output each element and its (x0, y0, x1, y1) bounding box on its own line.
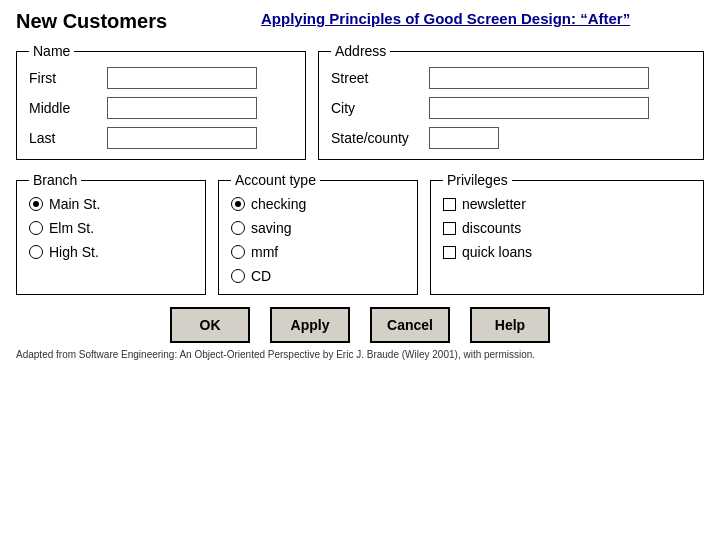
city-input[interactable] (429, 97, 649, 119)
branch-option-1[interactable]: Elm St. (29, 220, 193, 236)
state-input[interactable] (429, 127, 499, 149)
privileges-section: Privileges newsletter discounts quick lo… (430, 172, 704, 295)
account-option-3[interactable]: CD (231, 268, 405, 284)
first-name-row: First (29, 67, 293, 89)
radio-mmf[interactable] (231, 245, 245, 259)
last-name-row: Last (29, 127, 293, 149)
branch-section: Branch Main St. Elm St. High St. (16, 172, 206, 295)
header: New Customers Applying Principles of Goo… (16, 10, 704, 33)
account-option-0[interactable]: checking (231, 196, 405, 212)
account-mmf-label: mmf (251, 244, 278, 260)
page: New Customers Applying Principles of Goo… (0, 0, 720, 540)
address-section: Address Street City State/county (318, 43, 704, 160)
bottom-sections: Branch Main St. Elm St. High St. Account… (16, 172, 704, 295)
top-sections: Name First Middle Last Address Street C (16, 43, 704, 160)
footer-note: Adapted from Software Engineering: An Ob… (16, 349, 704, 360)
city-label: City (331, 100, 421, 116)
privilege-option-0[interactable]: newsletter (443, 196, 691, 212)
last-name-input[interactable] (107, 127, 257, 149)
radio-high-st[interactable] (29, 245, 43, 259)
street-row: Street (331, 67, 691, 89)
branch-elm-label: Elm St. (49, 220, 94, 236)
state-label: State/county (331, 130, 421, 146)
branch-option-2[interactable]: High St. (29, 244, 193, 260)
street-input[interactable] (429, 67, 649, 89)
middle-name-label: Middle (29, 100, 99, 116)
ok-button[interactable]: OK (170, 307, 250, 343)
radio-main-st-fill (33, 201, 39, 207)
address-legend: Address (331, 43, 390, 59)
branch-high-label: High St. (49, 244, 99, 260)
privilege-discounts-label: discounts (462, 220, 521, 236)
last-name-label: Last (29, 130, 99, 146)
footer-buttons: OK Apply Cancel Help (16, 307, 704, 343)
help-button[interactable]: Help (470, 307, 550, 343)
cancel-button[interactable]: Cancel (370, 307, 450, 343)
apply-button[interactable]: Apply (270, 307, 350, 343)
account-cd-label: CD (251, 268, 271, 284)
radio-elm-st[interactable] (29, 221, 43, 235)
privilege-option-2[interactable]: quick loans (443, 244, 691, 260)
street-label: Street (331, 70, 421, 86)
middle-name-input[interactable] (107, 97, 257, 119)
first-name-label: First (29, 70, 99, 86)
radio-saving[interactable] (231, 221, 245, 235)
account-section: Account type checking saving mmf CD (218, 172, 418, 295)
privileges-legend: Privileges (443, 172, 512, 188)
account-option-2[interactable]: mmf (231, 244, 405, 260)
first-name-input[interactable] (107, 67, 257, 89)
radio-checking[interactable] (231, 197, 245, 211)
checkbox-newsletter[interactable] (443, 198, 456, 211)
checkbox-quick-loans[interactable] (443, 246, 456, 259)
account-checking-label: checking (251, 196, 306, 212)
name-legend: Name (29, 43, 74, 59)
branch-main-label: Main St. (49, 196, 100, 212)
state-row: State/county (331, 127, 691, 149)
privilege-option-1[interactable]: discounts (443, 220, 691, 236)
branch-legend: Branch (29, 172, 81, 188)
account-saving-label: saving (251, 220, 291, 236)
account-legend: Account type (231, 172, 320, 188)
account-option-1[interactable]: saving (231, 220, 405, 236)
radio-cd[interactable] (231, 269, 245, 283)
privilege-quick-loans-label: quick loans (462, 244, 532, 260)
name-section: Name First Middle Last (16, 43, 306, 160)
app-title: New Customers (16, 10, 167, 33)
middle-name-row: Middle (29, 97, 293, 119)
privilege-newsletter-label: newsletter (462, 196, 526, 212)
page-subtitle: Applying Principles of Good Screen Desig… (187, 10, 704, 27)
radio-main-st[interactable] (29, 197, 43, 211)
radio-checking-fill (235, 201, 241, 207)
branch-option-0[interactable]: Main St. (29, 196, 193, 212)
checkbox-discounts[interactable] (443, 222, 456, 235)
city-row: City (331, 97, 691, 119)
